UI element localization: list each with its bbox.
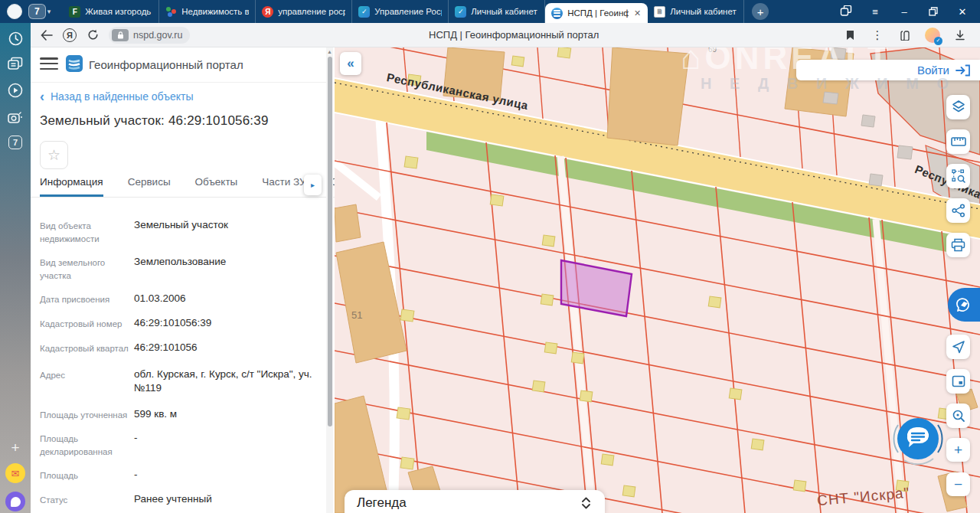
panel-scrollbar[interactable]: ▲ [326, 47, 333, 513]
panel-tabs: Информация Сервисы Объекты Части ЗУ Сост… [31, 176, 335, 198]
map-canvas [335, 47, 980, 513]
field-row: Кадастровый номер 46:29:101056:39 [40, 316, 325, 331]
collections-icon[interactable] [893, 25, 917, 45]
field-row: Площадь уточненная 599 кв. м [40, 407, 325, 422]
browser-sidebar-rail: 7 + ✉ [0, 23, 31, 513]
field-row: Площадь - [40, 468, 325, 482]
zoom-out-button[interactable]: − [946, 472, 970, 496]
frame-capture-icon [952, 375, 965, 387]
lock-icon[interactable] [112, 29, 129, 41]
yandex-services-button[interactable]: Я [58, 25, 81, 45]
tab-upravlenie-rosreestr-1[interactable]: Я управление росрее [256, 0, 352, 23]
tab-strip: F Живая изгородь из Недвижимость в Ку Я … [63, 0, 831, 23]
print-button[interactable] [946, 233, 970, 257]
tab-upravlenie-rosreestr-2[interactable]: ✓ Управление Росрее [352, 0, 449, 23]
screenshot-camera-icon[interactable] [0, 106, 31, 129]
field-row: Кадастровый квартал 46:29:101056 [40, 341, 325, 355]
browser-profile-avatar[interactable] [7, 4, 22, 19]
panel-header: Геоинформационный портал [31, 47, 335, 83]
toolbar-right-icons: ⋮ ✓ [838, 25, 972, 45]
back-button[interactable] [35, 25, 58, 45]
tab-count-value: 7 [34, 6, 40, 17]
tab-close-icon[interactable]: ✕ [633, 8, 642, 18]
geoportal-logo [66, 55, 83, 72]
frame-capture-button[interactable] [946, 369, 970, 394]
alice-assistant-icon[interactable] [0, 490, 31, 513]
tab-lichny-kabinet-1[interactable]: ✓ Личный кабинет [449, 0, 545, 23]
locate-button[interactable] [946, 335, 970, 359]
tab-count-chevron-icon[interactable]: ▾ [47, 8, 51, 15]
downloads-icon[interactable] [948, 25, 972, 45]
back-to-results-link[interactable]: ‹ Назад в найденные объекты [40, 90, 193, 103]
tab-nedvizhimost[interactable]: Недвижимость в Ку [159, 0, 256, 23]
page-title: НСПД | Геоинформационный портал [190, 29, 838, 41]
side-panels-icon[interactable] [831, 0, 861, 23]
profile-avatar[interactable]: ✓ [920, 25, 945, 45]
more-options-icon[interactable]: ⋮ [865, 25, 890, 45]
tab-nspd-active[interactable]: НСПД | Геоинфор ✕ [545, 3, 648, 23]
browser-window: 7 ▾ F Живая изгородь из Недвижимость в К… [0, 0, 980, 513]
new-tab-button[interactable]: + [752, 3, 769, 20]
yandex-favicon: Я [262, 6, 273, 18]
portal-title: Геоинформационный портал [89, 58, 243, 71]
minimize-button[interactable]: – [890, 0, 919, 23]
tabs-panel-icon[interactable] [0, 52, 31, 75]
collapse-panel-button[interactable]: « [340, 52, 361, 75]
teal-app-favicon: ✓ [455, 6, 466, 18]
menu-hamburger-icon[interactable] [40, 57, 58, 71]
tab-zhivaya-izgorod[interactable]: F Живая изгородь из [63, 0, 159, 23]
color-dots-favicon [165, 6, 177, 18]
tab-obekty[interactable]: Объекты [195, 176, 238, 194]
seven-badge-icon[interactable]: 7 [0, 131, 31, 154]
tabs-overflow-button[interactable]: ▸ [304, 175, 322, 195]
url-text: nspd.gov.ru [133, 30, 182, 41]
field-row: Статус Ранее учтенный [40, 492, 325, 507]
browser-menu-icon[interactable]: ≡ [861, 0, 890, 23]
field-row: Дата присвоения 01.03.2006 [40, 292, 325, 306]
rail-add-icon[interactable]: + [0, 436, 31, 459]
address-bar[interactable]: nspd.gov.ru [109, 27, 190, 44]
scrollbar-thumb[interactable] [328, 57, 332, 426]
browser-toolbar: Я nspd.gov.ru НСПД | Геоинформационный п… [31, 23, 980, 47]
close-window-button[interactable]: ✕ [948, 0, 977, 23]
video-play-icon[interactable] [0, 79, 31, 102]
back-chevron-icon: ‹ [40, 91, 44, 102]
layers-icon [951, 100, 966, 115]
measure-area-icon [951, 168, 966, 184]
share-button[interactable] [946, 198, 970, 223]
tab-chasti-zu[interactable]: Части ЗУ [262, 176, 305, 194]
chat-widget-button[interactable] [889, 410, 947, 468]
favorite-star-button[interactable]: ☆ [40, 141, 68, 169]
login-arrow-icon [956, 64, 971, 77]
refresh-button[interactable] [81, 25, 104, 45]
search-pin-icon [952, 409, 965, 423]
tab-lichny-kabinet-2[interactable]: 🗎 Личный кабинет [648, 0, 744, 23]
ruler-icon [951, 136, 966, 147]
cadastral-map[interactable]: Республиканская улица Республиканск 51 6… [335, 47, 980, 513]
tab-informaciya[interactable]: Информация [40, 176, 103, 197]
bookmark-icon[interactable] [838, 25, 862, 45]
ruler-button[interactable] [946, 129, 970, 154]
teal-app-favicon: ✓ [358, 6, 370, 18]
field-row: Вид земельного участка Землепользование [40, 255, 325, 283]
scrollbar-up-icon[interactable]: ▲ [326, 49, 333, 54]
feedback-map-tab[interactable] [948, 288, 980, 322]
object-info-panel: Геоинформационный портал ‹ Назад в найде… [31, 47, 335, 513]
search-pin-button[interactable] [946, 404, 970, 428]
field-row: Площадь декларированная - [40, 431, 325, 459]
legend-expand-icon[interactable] [581, 497, 591, 509]
restore-button[interactable] [919, 0, 948, 23]
legend-bar[interactable]: Легенда [345, 490, 605, 513]
tab-servisy[interactable]: Сервисы [128, 176, 171, 194]
tab-count-button[interactable]: 7 [28, 4, 46, 19]
yandex-mail-icon[interactable]: ✉ [0, 462, 31, 485]
login-label: Войти [917, 64, 949, 77]
doc-favicon: 🗎 [654, 6, 665, 18]
history-clock-icon[interactable] [0, 27, 31, 50]
parcel-title: Земельный участок: 46:29:101056:39 [40, 113, 269, 129]
measure-area-button[interactable] [946, 164, 970, 188]
field-row: Адрес обл. Курская, г. Курск, с/т "Искра… [40, 368, 325, 395]
login-button[interactable]: Войти [796, 60, 980, 80]
zoom-in-button[interactable]: + [946, 438, 970, 462]
layers-button[interactable] [946, 95, 970, 119]
